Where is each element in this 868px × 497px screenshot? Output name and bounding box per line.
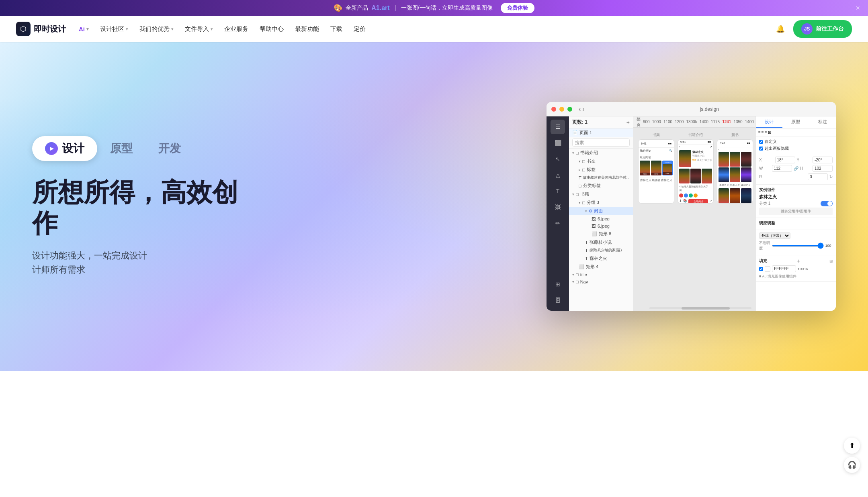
tree-item-group3[interactable]: ▾□ 分组 3 <box>569 198 633 207</box>
scrollbar-thumb[interactable] <box>682 307 730 310</box>
nav-item-help[interactable]: 帮助中心 <box>260 25 284 33</box>
ruler-label: 整页 <box>637 116 641 128</box>
banner-separator: | <box>395 4 396 12</box>
phone-search-icon-1[interactable]: 🔍 <box>669 149 673 153</box>
sidebar-icon-cursor[interactable]: ↖ <box>551 152 565 166</box>
sidebar-icon-image[interactable]: 🖼 <box>551 200 565 214</box>
rp-tab-annotation[interactable]: 标注 <box>809 116 836 128</box>
phone-share-icon-2[interactable]: ↗ <box>710 145 712 149</box>
new-book-4 <box>719 167 729 182</box>
sidebar-icon-text[interactable]: T <box>551 184 565 198</box>
rp-custom-checkbox[interactable] <box>759 140 763 144</box>
notification-button[interactable]: 🔔 <box>774 22 787 35</box>
titlebar-dot-green[interactable] <box>567 107 572 112</box>
rp-y-input[interactable] <box>813 157 833 163</box>
canvas-scrollbar[interactable] <box>649 307 751 309</box>
tree-item-friends[interactable]: ▾□ 书友 <box>569 157 633 165</box>
app-screenshot: ‹ › js.design ☰ ⬜ ↖ △ T 🖼 ✏ ⊞ 🗄 <box>547 102 836 311</box>
tree-item-books[interactable]: ▾□ 书籍 <box>569 190 633 198</box>
nav-item-design-community[interactable]: 设计社区 ▾ <box>100 25 128 33</box>
layers-panel: 页数: 1 + 📄 页面 1 ▾□ 书籍介绍 <box>569 116 633 311</box>
phone-library-icon[interactable]: 📚 <box>683 199 687 204</box>
titlebar-dot-red[interactable] <box>551 107 556 112</box>
nav-item-our-advantage[interactable]: 我们的优势 ▾ <box>139 25 174 33</box>
rp-w-input[interactable] <box>772 165 792 172</box>
phone-read-button[interactable]: 立即阅读 <box>688 199 708 204</box>
titlebar-dot-yellow[interactable] <box>559 107 564 112</box>
app-content: ☰ ⬜ ↖ △ T 🖼 ✏ ⊞ 🗄 页数: 1 + <box>547 116 836 311</box>
ruler-600: 1400 <box>700 120 708 124</box>
tool-distribute-h[interactable]: ⊞ <box>768 130 771 134</box>
tree-item-author[interactable]: T 张藤枝小说 <box>569 238 633 246</box>
sidebar-icon-shape[interactable]: △ <box>551 168 565 182</box>
phone-share-btn-icon[interactable]: ↗ <box>709 199 712 204</box>
prototype-mode-button[interactable]: 原型 <box>97 136 145 161</box>
new-book-7 <box>719 188 729 203</box>
rp-toggle[interactable] <box>821 201 833 206</box>
rp-tab-design[interactable]: 设计 <box>756 116 782 128</box>
banner-free-trial-button[interactable]: 免费体验 <box>501 3 534 13</box>
hero-left-content: ▶ 设计 原型 开发 所想所得，高效创作 设计功能强大，一站完成设计 计师所有需… <box>32 136 257 277</box>
sidebar-icon-page[interactable]: ⬜ <box>551 136 565 150</box>
tool-align-center[interactable]: ≡ <box>762 130 764 134</box>
titlebar-forward[interactable]: › <box>582 106 584 113</box>
tree-item-jpeg2[interactable]: 🖼 6.jpeg <box>569 222 633 230</box>
phone-back-icon-3[interactable]: ‹ <box>719 148 719 151</box>
sidebar-icon-assets[interactable]: 🗄 <box>551 293 565 308</box>
tree-item-category[interactable]: □ 分类标签 <box>569 181 633 190</box>
rp-component-nav[interactable]: 跳转父组件/图组件 <box>759 208 833 215</box>
nav-item-new-features[interactable]: 最新功能 <box>295 25 319 33</box>
rp-fill-color-input[interactable] <box>772 265 796 272</box>
tree-item-title[interactable]: ▾□ title <box>569 271 633 278</box>
design-mode-button[interactable]: ▶ 设计 <box>32 136 97 161</box>
rp-h-input[interactable] <box>813 165 833 172</box>
logo-link[interactable]: ⬡ 即时设计 <box>16 22 66 36</box>
rp-opacity-row: 不透明度 100 <box>759 240 833 251</box>
banner-close-button[interactable]: × <box>856 4 860 12</box>
rp-fill-add[interactable]: + <box>796 258 800 264</box>
tree-item-nav[interactable]: ▾□ Nav <box>569 278 633 285</box>
phone-download-icon[interactable]: ⬇ <box>679 199 682 204</box>
rp-opacity-slider[interactable] <box>772 245 824 246</box>
nav-item-download[interactable]: 下载 <box>330 25 342 33</box>
rp-rotate-input[interactable] <box>808 173 828 180</box>
phone-nav-2: ‹ ↗ <box>678 145 713 149</box>
tree-item-fire[interactable]: T 森林之火 <box>569 254 633 263</box>
tool-align-left[interactable]: ≡ <box>758 130 761 134</box>
tree-item-tags[interactable]: ▸□ 标签 <box>569 165 633 174</box>
rp-fill-checkbox[interactable] <box>759 267 763 271</box>
develop-mode-button[interactable]: 开发 <box>145 136 194 161</box>
layers-add-page[interactable]: + <box>626 119 630 126</box>
rp-blend-select[interactable]: 外观（正常） <box>759 232 790 239</box>
nav-item-ai[interactable]: Ai ▾ <box>79 26 89 33</box>
nav-item-pricing[interactable]: 定价 <box>354 25 366 33</box>
tree-item-rect8[interactable]: ⬜ 矩形 8 <box>569 230 633 238</box>
rp-adjust-label: 调应调整 <box>759 220 833 226</box>
rp-exceed-checkbox[interactable] <box>759 147 763 151</box>
layers-page-item[interactable]: 📄 页面 1 <box>569 128 633 137</box>
navbar: ⬡ 即时设计 Ai ▾ 设计社区 ▾ 我们的优势 ▾ 文件导入 ▾ 企业服务 帮… <box>0 16 868 42</box>
tool-align-right[interactable]: ≡ <box>765 130 767 134</box>
tree-item-story[interactable]: T 故事叙述在美国南北战争时... <box>569 174 633 181</box>
titlebar-back[interactable]: ‹ <box>579 106 581 113</box>
nav-item-enterprise[interactable]: 企业服务 <box>224 25 248 33</box>
sidebar-icon-layers-bottom[interactable]: ⊞ <box>551 277 565 291</box>
rp-fill-color-swatch[interactable] <box>765 266 770 272</box>
nav-item-file-import[interactable]: 文件导入 ▾ <box>185 25 213 33</box>
tree-item-verne[interactable]: T 操勤·凡尔纳的家(温) <box>569 246 633 254</box>
rp-x-input[interactable] <box>775 157 795 163</box>
sidebar-icon-pen[interactable]: ✏ <box>551 216 565 230</box>
nav-design-community-chevron: ▾ <box>126 26 128 32</box>
phone-back-icon-2[interactable]: ‹ <box>679 145 680 149</box>
phone-tab-my-books: 我的书架 <box>640 149 651 153</box>
goto-workspace-button[interactable]: JS 前往工作台 <box>793 20 852 38</box>
new-book-6 <box>741 167 751 182</box>
tree-item-cover[interactable]: ▾⊙ 封面 <box>569 207 633 215</box>
tree-item-book-intro[interactable]: ▾□ 书籍介绍 <box>569 149 633 157</box>
tree-item-jpeg1[interactable]: 🖼 6.jpeg <box>569 215 633 222</box>
rp-tab-prototype[interactable]: 原型 <box>782 116 809 128</box>
sidebar-icon-menu[interactable]: ☰ <box>551 120 565 134</box>
rp-fill-grid[interactable]: ⊞ <box>829 259 833 263</box>
tree-item-rect4[interactable]: ⬜ 矩形 4 <box>569 263 633 271</box>
layers-search-input[interactable] <box>572 139 630 147</box>
